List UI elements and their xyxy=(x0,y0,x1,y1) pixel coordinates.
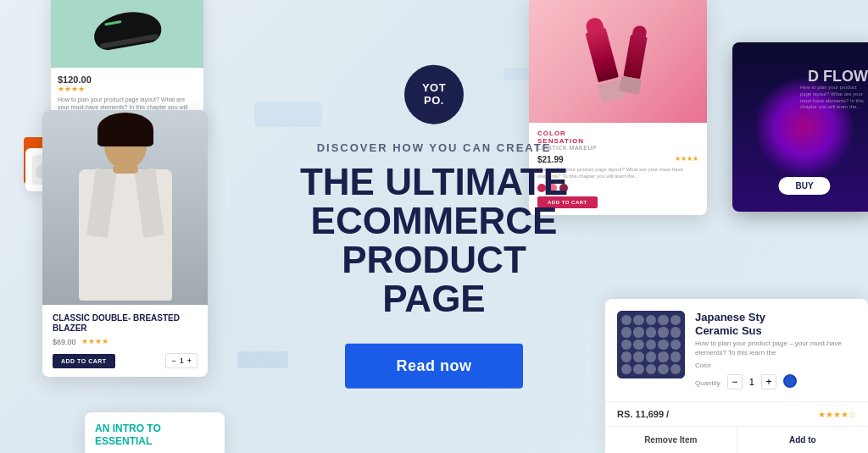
qty-value: 1 xyxy=(180,356,184,365)
qty-display: 1 xyxy=(749,377,754,387)
japanese-color-label: Color xyxy=(695,362,856,369)
qty-increment-button[interactable]: + xyxy=(761,374,776,389)
japanese-stars: ★★★★☆ xyxy=(818,410,856,419)
blazer-product-card: CLASSIC DOUBLE- BREASTED BLAZER $69.00 ★… xyxy=(42,110,208,377)
blazer-card-body: CLASSIC DOUBLE- BREASTED BLAZER $69.00 ★… xyxy=(42,305,208,377)
ceramic-pattern xyxy=(617,311,685,378)
blazer-price: $69.00 xyxy=(53,338,76,346)
qty-decrement-button[interactable]: − xyxy=(727,374,743,389)
headline-line-2: ECOMMERCE xyxy=(311,199,558,240)
intro-title: AN INTRO TO ESSENTIAL xyxy=(95,423,214,447)
japanese-action-buttons: Remove Item Add to xyxy=(605,426,868,453)
blazer-product-image xyxy=(42,110,208,305)
japanese-product-image xyxy=(617,311,685,378)
add-to-cart-button[interactable]: Add to xyxy=(737,427,869,453)
remove-item-button[interactable]: Remove Item xyxy=(605,427,737,453)
decorative-rect-2 xyxy=(237,351,288,368)
yotpo-logo: YOT PO. xyxy=(404,64,464,124)
japanese-product-info: Japanese Sty Ceramic Sus How to plan you… xyxy=(695,311,856,389)
shoe-price: $120.00 xyxy=(58,75,197,85)
shoe-stars: ★★★★ xyxy=(58,85,197,93)
dark-card-label: D FLOW xyxy=(808,68,868,86)
japanese-card-main: Japanese Sty Ceramic Sus How to plan you… xyxy=(605,299,868,401)
shoe-product-image xyxy=(51,0,203,68)
qty-minus[interactable]: − xyxy=(171,356,175,365)
japanese-product-card: Japanese Sty Ceramic Sus How to plan you… xyxy=(605,299,868,453)
japanese-quantity-control: − 1 + xyxy=(727,374,776,389)
blazer-quantity-control: − 1 + xyxy=(165,353,198,368)
product-color-swatch[interactable] xyxy=(783,374,797,388)
lipstick-stars: ★★★★ xyxy=(675,155,698,163)
qty-plus[interactable]: + xyxy=(187,356,192,365)
intro-card: AN INTRO TO ESSENTIAL xyxy=(85,412,225,453)
read-now-button[interactable]: Read now xyxy=(345,344,522,389)
blazer-actions: ADD TO CART − 1 + xyxy=(53,353,198,368)
japanese-price: RS. 11,699 / xyxy=(617,409,669,419)
blazer-stars: ★★★★ xyxy=(81,337,108,345)
japanese-quantity-label: Quantity xyxy=(695,379,721,387)
hero-section: YOT PO. DISCOVER HOW YOU CAN CREATE THE … xyxy=(290,64,578,389)
headline-line-1: THE ULTIMATE xyxy=(300,160,568,202)
dark-product-card: D FLOW BUY How to plan your product page… xyxy=(732,42,868,212)
japanese-product-title: Japanese Sty Ceramic Sus xyxy=(695,311,856,337)
japanese-price-row: RS. 11,699 / ★★★★☆ xyxy=(605,401,868,426)
discover-subtitle: DISCOVER HOW YOU CAN CREATE xyxy=(290,141,578,153)
blazer-title: CLASSIC DOUBLE- BREASTED BLAZER xyxy=(53,313,198,334)
dark-buy-button[interactable]: BUY xyxy=(778,177,830,195)
dark-card-description: How to plan your product page layout? Wh… xyxy=(800,85,868,111)
headline-line-3: PRODUCT PAGE xyxy=(342,239,526,319)
japanese-product-description: How to plan your product page – your mus… xyxy=(695,340,856,357)
hero-headline: THE ULTIMATE ECOMMERCE PRODUCT PAGE xyxy=(290,162,578,318)
yotpo-logo-text: YOT PO. xyxy=(422,82,446,107)
blazer-add-to-cart-button[interactable]: ADD TO CART xyxy=(53,354,115,368)
